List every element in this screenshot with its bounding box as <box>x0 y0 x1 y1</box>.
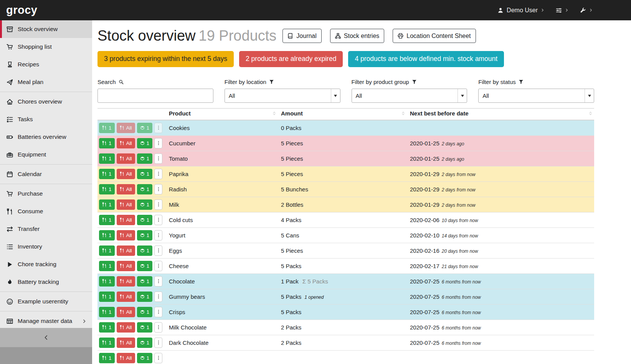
consume-one-button[interactable]: 1 <box>99 292 115 302</box>
app-logo[interactable]: grocy <box>6 4 37 16</box>
consume-all-button[interactable]: All <box>117 261 135 271</box>
consume-one-button[interactable]: 1 <box>99 230 115 240</box>
open-one-button[interactable]: 1 <box>137 353 153 363</box>
consume-all-button[interactable]: All <box>117 276 135 287</box>
row-more-menu-button[interactable] <box>154 215 162 225</box>
open-one-button[interactable]: 1 <box>137 245 153 256</box>
consume-all-button[interactable]: All <box>117 199 135 210</box>
sidebar-item-tasks[interactable]: Tasks <box>0 110 92 128</box>
open-one-button[interactable]: 1 <box>137 123 153 133</box>
consume-one-button[interactable]: 1 <box>99 184 115 194</box>
sidebar-item-calendar[interactable]: Calendar <box>0 165 92 183</box>
column-header-amount[interactable]: Amount <box>278 108 407 120</box>
open-one-button[interactable]: 1 <box>137 169 153 179</box>
sidebar-item-chores-overview[interactable]: Chores overview <box>0 93 92 110</box>
user-menu[interactable]: Demo User <box>497 7 544 14</box>
sidebar-item-recipes[interactable]: Recipes <box>0 56 92 73</box>
alert-expired[interactable]: 2 products are already expired <box>239 51 343 67</box>
stock-entries-button[interactable]: Stock entries <box>330 29 384 43</box>
consume-one-button[interactable]: 1 <box>99 215 115 225</box>
consume-all-button[interactable]: All <box>117 292 135 302</box>
open-one-button[interactable]: 1 <box>137 153 153 164</box>
consume-one-button[interactable]: 1 <box>99 245 115 256</box>
row-more-menu-button[interactable] <box>154 261 162 271</box>
sidebar-collapse-button[interactable] <box>0 328 92 347</box>
alert-below-min-stock[interactable]: 4 products are below defined min. stock … <box>348 51 504 67</box>
row-more-menu-button[interactable] <box>154 322 162 333</box>
row-more-menu-button[interactable] <box>154 307 162 317</box>
consume-one-button[interactable]: 1 <box>99 307 115 317</box>
row-more-menu-button[interactable] <box>154 138 162 148</box>
consume-all-button[interactable]: All <box>117 230 135 240</box>
sidebar-item-purchase[interactable]: Purchase <box>0 185 92 203</box>
consume-all-button[interactable]: All <box>117 353 135 363</box>
open-one-button[interactable]: 1 <box>137 184 153 194</box>
consume-all-button[interactable]: All <box>117 338 135 348</box>
consume-one-button[interactable]: 1 <box>99 169 115 179</box>
consume-one-button[interactable]: 1 <box>99 338 115 348</box>
sidebar-item-battery-tracking[interactable]: Battery tracking <box>0 273 92 291</box>
open-one-button[interactable]: 1 <box>137 230 153 240</box>
utensils-icon <box>102 340 107 345</box>
open-one-button[interactable]: 1 <box>137 199 153 210</box>
consume-one-button[interactable]: 1 <box>99 123 115 133</box>
sidebar-item-chore-tracking[interactable]: Chore tracking <box>0 255 92 273</box>
sidebar-item-inventory[interactable]: Inventory <box>0 238 92 255</box>
consume-all-button[interactable]: All <box>117 138 135 148</box>
row-more-menu-button[interactable] <box>154 184 162 194</box>
status-filter-select[interactable]: All <box>478 89 594 103</box>
search-input[interactable] <box>97 89 213 103</box>
sidebar-item-example-userentity[interactable]: Example userentity <box>0 293 92 310</box>
open-one-button[interactable]: 1 <box>137 322 153 333</box>
open-one-button[interactable]: 1 <box>137 138 153 148</box>
product-group-filter-select[interactable]: All <box>352 89 467 103</box>
journal-button[interactable]: Journal <box>282 29 321 43</box>
row-more-menu-button[interactable] <box>154 230 162 240</box>
row-more-menu-button[interactable] <box>154 169 162 179</box>
column-header-product[interactable]: Product <box>166 108 278 120</box>
sidebar-item-meal-plan[interactable]: Meal plan <box>0 73 92 91</box>
row-more-menu-button[interactable] <box>154 353 162 363</box>
consume-one-button[interactable]: 1 <box>99 138 115 148</box>
consume-all-button[interactable]: All <box>117 184 135 194</box>
consume-all-button[interactable]: All <box>117 307 135 317</box>
sidebar-item-consume[interactable]: Consume <box>0 203 92 220</box>
sidebar-item-shopping-list[interactable]: Shopping list <box>0 38 92 56</box>
admin-menu[interactable] <box>580 7 593 13</box>
sidebar-item-manage-master-data[interactable]: Manage master data <box>0 312 92 328</box>
sidebar-item-batteries-overview[interactable]: Batteries overview <box>0 128 92 146</box>
open-one-button[interactable]: 1 <box>137 307 153 317</box>
column-header-next-best-before-date[interactable]: Next best before date <box>407 108 594 120</box>
consume-all-button[interactable]: All <box>117 322 135 333</box>
open-one-button[interactable]: 1 <box>137 215 153 225</box>
row-more-menu-button[interactable] <box>154 153 162 164</box>
consume-one-button[interactable]: 1 <box>99 276 115 287</box>
open-one-button[interactable]: 1 <box>137 261 153 271</box>
location-content-sheet-button[interactable]: Location Content Sheet <box>393 29 476 43</box>
row-more-menu-button[interactable] <box>154 292 162 302</box>
row-more-menu-button[interactable] <box>154 276 162 287</box>
open-one-button[interactable]: 1 <box>137 338 153 348</box>
row-more-menu-button[interactable] <box>154 199 162 210</box>
consume-one-button[interactable]: 1 <box>99 322 115 333</box>
consume-all-button[interactable]: All <box>117 123 135 133</box>
open-one-button[interactable]: 1 <box>137 276 153 287</box>
row-more-menu-button[interactable] <box>154 123 162 133</box>
consume-all-button[interactable]: All <box>117 153 135 164</box>
location-filter-select[interactable]: All <box>225 89 340 103</box>
consume-all-button[interactable]: All <box>117 245 135 256</box>
settings-menu[interactable] <box>556 7 568 13</box>
sidebar-item-stock-overview[interactable]: Stock overview <box>0 20 92 38</box>
consume-all-button[interactable]: All <box>117 215 135 225</box>
sidebar-item-equipment[interactable]: Equipment <box>0 146 92 163</box>
alert-expiring[interactable]: 3 products expiring within the next 5 da… <box>97 51 234 67</box>
consume-one-button[interactable]: 1 <box>99 261 115 271</box>
sidebar-item-transfer[interactable]: Transfer <box>0 220 92 238</box>
consume-one-button[interactable]: 1 <box>99 199 115 210</box>
row-more-menu-button[interactable] <box>154 338 162 348</box>
consume-all-button[interactable]: All <box>117 169 135 179</box>
consume-one-button[interactable]: 1 <box>99 153 115 164</box>
open-one-button[interactable]: 1 <box>137 292 153 302</box>
row-more-menu-button[interactable] <box>154 245 162 256</box>
consume-one-button[interactable]: 1 <box>99 353 115 363</box>
